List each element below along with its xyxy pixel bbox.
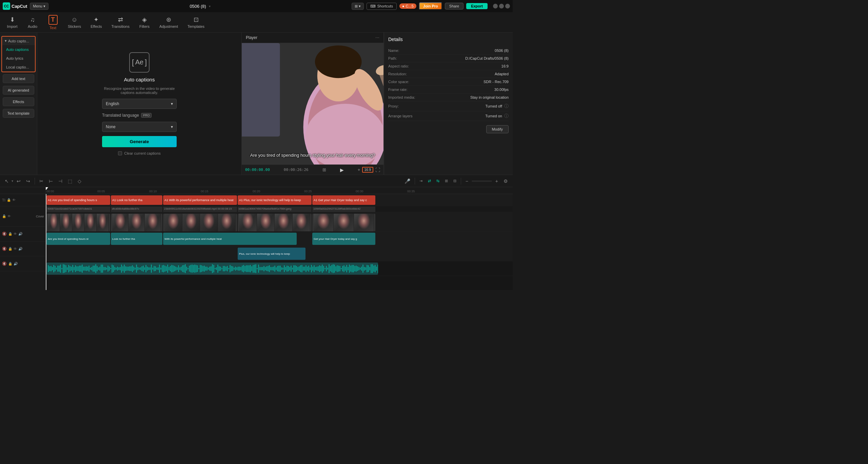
text-clip-3[interactable]: A1 With its powerful performance and mul…: [163, 195, 237, 205]
tool-filters[interactable]: ◈ Filters: [135, 14, 154, 31]
menu-button[interactable]: Menu ▾: [30, 3, 48, 10]
tl-tool3[interactable]: ⇆: [434, 178, 441, 184]
zoom-out-button[interactable]: −: [463, 177, 470, 185]
translated-language-dropdown[interactable]: None ▾: [102, 122, 177, 132]
sidebar-item-auto-lyrics[interactable]: Auto lyrics: [2, 54, 35, 63]
tool-transitions[interactable]: ⇄ Transitions: [107, 14, 134, 31]
audio-clip-2[interactable]: Look no further tha: [111, 233, 162, 245]
effects-button[interactable]: Effects: [3, 97, 34, 106]
minimize-button[interactable]: [493, 4, 498, 8]
tl-tool1[interactable]: ⇥: [417, 178, 425, 184]
modify-button[interactable]: Modify: [486, 125, 509, 133]
volume-icon[interactable]: 🔊: [18, 232, 22, 236]
arrange-info-icon[interactable]: ⓘ: [504, 113, 509, 119]
text-clip-1[interactable]: A1 Are you tired of spending hours s: [46, 195, 110, 205]
tl-tool4[interactable]: ⊞: [443, 178, 450, 184]
video-clip-2[interactable]: [111, 214, 162, 231]
audio-clip-4[interactable]: Get your Hair Dryer today and say g: [312, 233, 375, 245]
zoom-in-button[interactable]: +: [493, 177, 500, 185]
sidebar-item-local-captions[interactable]: Local captio...: [2, 63, 35, 72]
join-pro-button[interactable]: Join Pro: [419, 2, 442, 10]
microphone-button[interactable]: 🎤: [402, 177, 412, 185]
tl-tool5[interactable]: ⊟: [451, 178, 458, 184]
player-menu-icon[interactable]: ⋯: [375, 35, 379, 40]
tool-adjustment[interactable]: ⊛ Adjustment: [155, 14, 182, 31]
generate-button[interactable]: Generate: [102, 136, 177, 147]
tool-import[interactable]: ⬇ Import: [3, 14, 22, 31]
tool-templates[interactable]: ⊡ Templates: [183, 14, 209, 31]
monitor-button[interactable]: ⊞▾: [352, 3, 364, 10]
tool-effects[interactable]: ✦ Effects: [86, 14, 106, 31]
zoom-slider[interactable]: [472, 180, 492, 182]
aspect-ratio-badge[interactable]: 16:9: [362, 167, 373, 173]
eye-icon[interactable]: 👁: [14, 232, 17, 236]
keyframe-button[interactable]: ◇: [76, 177, 83, 185]
main-audio-clip[interactable]: [46, 263, 378, 275]
filename-2: dfcd08b4a88bc88c97c: [111, 207, 162, 212]
player-area: Player ⋯: [241, 33, 384, 175]
video-clip-3[interactable]: [163, 214, 237, 231]
text-template-button[interactable]: Text template: [3, 109, 34, 118]
tool-text[interactable]: T Text: [43, 13, 62, 32]
video-clip-5[interactable]: [312, 214, 375, 231]
detail-row-name: Name: 0506 (8): [388, 47, 509, 55]
timeline-content: TI 🔒 👁 🔒 👁 Cover 🔇 🔒 👁 🔊 🔇 🔒 👁: [0, 187, 513, 290]
center-panel: Ae Auto captions Recognize speech in the…: [37, 33, 241, 175]
zoom-to-fit-icon[interactable]: ⌖: [358, 167, 360, 173]
audio-clip-5[interactable]: Plus, our ionic technology will help to …: [238, 248, 305, 260]
tl-tool2[interactable]: ⇄: [426, 178, 433, 184]
filename-4: b0681a19064745070faebd5b8f1e7984.jpeg: [238, 207, 312, 212]
details-title: Details: [388, 37, 509, 42]
video-clip-1[interactable]: [46, 214, 110, 231]
fullscreen-icon[interactable]: ⛶: [375, 167, 380, 173]
eye-icon[interactable]: 👁: [7, 214, 11, 218]
translated-language-label: Translated language PRO: [102, 113, 177, 118]
proxy-info-icon[interactable]: ⓘ: [504, 103, 509, 109]
redo-button[interactable]: ↪: [24, 177, 32, 185]
trim-right-button[interactable]: ⊣: [56, 177, 64, 185]
undo-button[interactable]: ↩: [15, 177, 23, 185]
eye-icon[interactable]: 👁: [14, 247, 17, 251]
clear-captions-checkbox[interactable]: [118, 151, 122, 155]
titlebar-center: 0506 (8) ▾: [51, 4, 349, 9]
delete-button[interactable]: ⬚: [66, 177, 74, 185]
volume-icon[interactable]: 🔊: [18, 247, 22, 251]
close-button[interactable]: [505, 4, 510, 8]
detail-row-imported-media: Imported media: Stay in original locatio…: [388, 94, 509, 101]
tool-audio[interactable]: ♫ Audio: [23, 14, 42, 31]
section-header[interactable]: ▾ Auto capto...: [2, 37, 35, 45]
adjustment-icon: ⊛: [166, 16, 171, 23]
text-clip-2[interactable]: A1 Look no further tha: [111, 195, 162, 205]
share-button[interactable]: Share: [445, 3, 463, 9]
export-button[interactable]: Export: [466, 3, 488, 9]
chevron-down-icon: ▾: [171, 101, 173, 106]
lock-icon: 🔒: [2, 214, 6, 218]
audio-clip-1[interactable]: Are you tired of spending hours st: [46, 233, 110, 245]
text-clip-4[interactable]: A1 Plus, our ionic technology will help …: [238, 195, 312, 205]
main-audio-track-row: [46, 261, 513, 276]
video-clip-4[interactable]: [238, 214, 312, 231]
add-text-button[interactable]: Add text: [3, 74, 34, 83]
playhead-line: [46, 194, 46, 290]
text-clip-5[interactable]: A1 Get your Hair Dryer today and say c: [312, 195, 375, 205]
timeline-right-tools: 🎤 ⇥ ⇄ ⇆ ⊞ ⊟ − + ⚙: [402, 177, 510, 185]
play-button[interactable]: ▶: [340, 167, 344, 173]
auto-captions-title: Auto captions: [124, 77, 155, 82]
text-track-row: A1 Are you tired of spending hours s A1 …: [46, 194, 513, 206]
eye-icon[interactable]: 👁: [12, 198, 16, 202]
timeline-grid-icon[interactable]: ⊞: [322, 167, 326, 172]
split-button[interactable]: ✂: [37, 177, 45, 185]
shortcuts-button[interactable]: ⌨ Shortcuts: [367, 3, 396, 10]
select-tool-button[interactable]: ↖: [3, 177, 11, 185]
trim-left-button[interactable]: ⊢: [47, 177, 55, 185]
tool-stickers[interactable]: ☺ Stickers: [64, 14, 85, 31]
ai-generated-button[interactable]: AI generated: [3, 86, 34, 95]
language-dropdown[interactable]: English ▾: [102, 99, 177, 109]
current-time: 00:00:00.00: [245, 168, 270, 172]
audio-clip-3[interactable]: With its powerful performance and multip…: [163, 233, 297, 245]
maximize-button[interactable]: [499, 4, 504, 8]
volume-icon[interactable]: 🔊: [14, 262, 18, 266]
text-track-icon: TI: [2, 198, 5, 202]
sidebar-item-auto-captions[interactable]: Auto captions: [2, 45, 35, 54]
settings-button[interactable]: ⚙: [501, 177, 510, 185]
